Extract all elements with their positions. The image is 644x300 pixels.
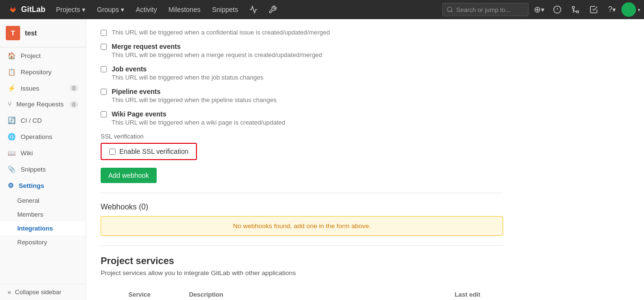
sidebar-avatar: T	[6, 26, 20, 40]
ssl-label: SSL verification	[101, 133, 503, 140]
job-events-row: Job events This URL will be triggered wh…	[101, 65, 503, 81]
table-header-last-edit: Last edit	[448, 286, 503, 300]
project-services-section: Project services Project services allow …	[101, 255, 503, 300]
collapse-icon: «	[8, 288, 11, 296]
wiki-icon: 📖	[8, 149, 16, 157]
sidebar-item-project[interactable]: 🏠 Project	[0, 47, 86, 64]
sidebar-username: test	[25, 29, 37, 37]
add-webhook-container: Add webhook	[101, 168, 503, 183]
ssl-verification-checkbox[interactable]	[109, 149, 115, 155]
user-avatar[interactable]	[621, 2, 636, 17]
issues-icon: ⚡	[8, 84, 16, 92]
help-menu[interactable]: ?▾	[603, 1, 621, 18]
webhooks-title: Webhooks (0)	[101, 203, 503, 211]
cicd-icon: 🔄	[8, 116, 16, 124]
divider-1	[101, 193, 503, 193]
project-icon: 🏠	[8, 52, 16, 59]
merge-requests-badge: 0	[69, 101, 78, 108]
svg-line-1	[451, 11, 453, 12]
sidebar-sub-general[interactable]: General	[0, 194, 86, 208]
job-events-checkbox[interactable]	[101, 66, 107, 72]
activity-link[interactable]: Activity	[131, 0, 161, 19]
merge-requests-icon: ⑂	[8, 101, 12, 108]
collapse-sidebar-button[interactable]: « Collapse sidebar	[0, 284, 86, 300]
issues-badge: 0	[69, 85, 78, 92]
sidebar-sub-members[interactable]: Members	[0, 208, 86, 221]
svg-point-0	[448, 7, 452, 12]
repository-icon: 📋	[8, 68, 16, 76]
sidebar-item-repository[interactable]: 📋 Repository	[0, 64, 86, 80]
create-icon[interactable]: ⊕▾	[530, 1, 548, 18]
pipeline-events-desc: This URL will be triggered when the pipe…	[112, 96, 276, 104]
project-services-title: Project services	[101, 255, 503, 266]
add-webhook-button[interactable]: Add webhook	[101, 168, 157, 183]
sidebar-item-settings[interactable]: ⚙ Settings	[0, 177, 86, 194]
wiki-page-events-desc: This URL will be triggered when a wiki p…	[112, 119, 285, 126]
sidebar-item-wiki[interactable]: 📖 Wiki	[0, 145, 86, 161]
sidebar-item-operations[interactable]: 🌐 Operations	[0, 128, 86, 145]
avatar-dropdown[interactable]: ▾	[638, 7, 640, 12]
wiki-page-events-checkbox[interactable]	[101, 111, 107, 117]
page-layout: T test 🏠 Project 📋 Repository ⚡ Issues 0…	[0, 19, 644, 300]
content-area: This URL will be triggered when a confid…	[86, 19, 518, 300]
project-services-desc: Project services allow you to integrate …	[101, 269, 503, 277]
merge-request-events-checkbox[interactable]	[101, 44, 107, 50]
table-header-service: Service	[122, 286, 182, 300]
sidebar-sub-repository[interactable]: Repository	[0, 235, 86, 249]
settings-icon: ⚙	[8, 182, 14, 189]
job-events-label: Job events	[112, 65, 264, 73]
sidebar-item-merge-requests[interactable]: ⑂ Merge Requests 0	[0, 96, 86, 112]
ssl-section: SSL verification 去掉 √ Enable SSL verific…	[101, 133, 503, 160]
services-table: Service Description Last edit ⏻ Asana As…	[101, 286, 503, 300]
groups-menu[interactable]: Groups ▾	[92, 0, 129, 19]
gitlab-logo[interactable]: GitLab	[4, 4, 49, 15]
pipeline-events-label: Pipeline events	[112, 88, 276, 95]
pipeline-events-row: Pipeline events This URL will be trigger…	[101, 88, 503, 104]
confidential-event-row: This URL will be triggered when a confid…	[101, 29, 503, 36]
snippets-icon: 📎	[8, 165, 16, 173]
snippets-link[interactable]: Snippets	[207, 0, 242, 19]
confidential-event-checkbox[interactable]	[101, 30, 107, 36]
sidebar: T test 🏠 Project 📋 Repository ⚡ Issues 0…	[0, 19, 86, 300]
sidebar-item-cicd[interactable]: 🔄 CI / CD	[0, 112, 86, 128]
table-header-description: Description	[182, 286, 448, 300]
todo-icon[interactable]	[585, 1, 602, 18]
table-header-icon	[101, 286, 122, 300]
no-webhooks-notice: No webhooks found, add one in the form a…	[101, 216, 503, 236]
wiki-page-events-row: Wiki Page events This URL will be trigge…	[101, 110, 503, 126]
sidebar-item-snippets[interactable]: 📎 Snippets	[0, 161, 86, 177]
nav-right-icons: ⊕▾ ?▾ ▾	[530, 1, 640, 18]
issues-icon[interactable]	[549, 1, 566, 18]
top-navigation: GitLab Projects ▾ Groups ▾ Activity Mile…	[0, 0, 644, 19]
ssl-checkbox-box: Enable SSL verification	[101, 143, 197, 160]
main-content: This URL will be triggered when a confid…	[86, 19, 644, 300]
svg-point-6	[572, 6, 575, 9]
merge-request-events-label: Merge request events	[112, 43, 322, 50]
confidential-event-desc: This URL will be triggered when a confid…	[112, 29, 330, 36]
divider-2	[101, 245, 503, 246]
wiki-page-events-label: Wiki Page events	[112, 110, 285, 118]
admin-icon[interactable]	[264, 1, 281, 18]
stats-icon[interactable]	[245, 1, 262, 18]
sidebar-user-profile[interactable]: T test	[0, 19, 86, 47]
search-input[interactable]	[456, 6, 523, 13]
projects-menu[interactable]: Projects ▾	[51, 0, 91, 19]
webhooks-section: Webhooks (0) No webhooks found, add one …	[101, 203, 503, 236]
milestones-link[interactable]: Milestones	[164, 0, 206, 19]
ssl-checkbox-label: Enable SSL verification	[119, 148, 188, 155]
search-box[interactable]	[442, 3, 529, 16]
operations-icon: 🌐	[8, 133, 16, 140]
pipeline-events-checkbox[interactable]	[101, 89, 107, 95]
sidebar-sub-integrations[interactable]: Integrations	[0, 221, 86, 235]
merge-request-events-row: Merge request events This URL will be tr…	[101, 43, 503, 58]
job-events-desc: This URL will be triggered when the job …	[112, 74, 264, 81]
merge-request-events-desc: This URL will be triggered when a merge …	[112, 51, 322, 58]
svg-point-5	[576, 11, 579, 13]
sidebar-item-issues[interactable]: ⚡ Issues 0	[0, 80, 86, 96]
merge-request-icon[interactable]	[567, 1, 584, 18]
